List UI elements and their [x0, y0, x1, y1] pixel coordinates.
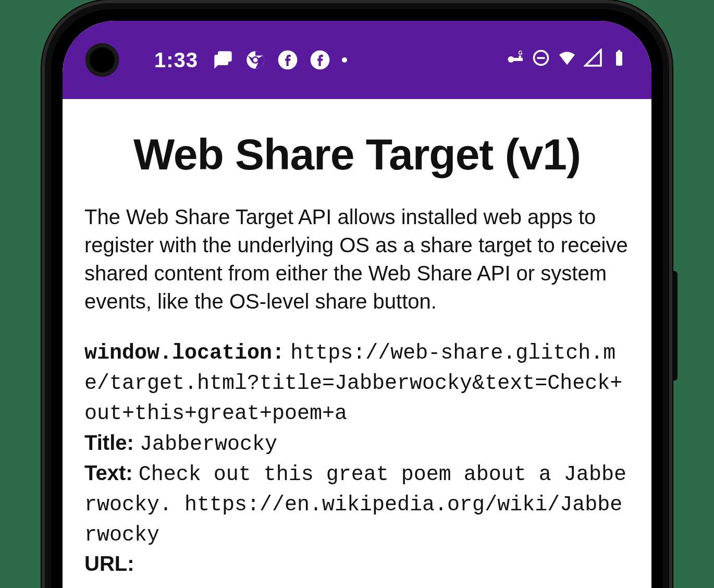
facebook-icon — [310, 50, 330, 70]
phone-side-button — [672, 271, 678, 381]
messages-icon — [213, 50, 233, 70]
more-notifications-icon — [342, 57, 347, 63]
svg-rect-10 — [537, 57, 545, 59]
facebook-icon — [277, 50, 298, 70]
wifi-icon — [558, 48, 576, 72]
cell-signal-icon — [584, 48, 602, 72]
dnd-icon — [532, 48, 550, 72]
chrome-icon — [245, 50, 266, 70]
page-content: Web Share Target (v1) The Web Share Targ… — [63, 99, 651, 580]
phone-screen: 1:33 G — [63, 21, 651, 588]
share-text-label: Text: — [84, 461, 133, 484]
share-text-value: Check out this great poem about a Jabber… — [84, 463, 626, 547]
svg-rect-7 — [519, 55, 522, 58]
status-bar-right: G — [506, 48, 629, 72]
camera-hole — [85, 43, 119, 77]
svg-point-2 — [253, 58, 258, 63]
status-bar-left: 1:33 — [154, 48, 347, 72]
share-data-block: window.location: https://web-share.glitc… — [84, 337, 630, 580]
page-title: Web Share Target (v1) — [84, 129, 630, 180]
share-url-label: URL: — [84, 552, 134, 575]
svg-rect-6 — [513, 58, 523, 61]
share-title-row: Title: Jabberwocky — [84, 428, 630, 459]
svg-text:G: G — [518, 50, 522, 56]
share-location-row: window.location: https://web-share.glitc… — [84, 337, 630, 428]
phone-mockup: 1:33 G — [42, 0, 672, 588]
status-bar: 1:33 G — [63, 21, 651, 99]
share-title-value: Jabberwocky — [140, 433, 277, 456]
page-description: The Web Share Target API allows installe… — [84, 203, 630, 315]
svg-rect-12 — [618, 50, 621, 52]
share-url-row: URL: — [84, 549, 630, 580]
vpn-key-icon: G — [506, 48, 524, 72]
svg-rect-11 — [616, 52, 622, 66]
status-clock: 1:33 — [154, 48, 198, 72]
share-location-label: window.location: — [84, 341, 285, 365]
svg-point-5 — [508, 56, 514, 63]
share-text-row: Text: Check out this great poem about a … — [84, 459, 630, 550]
battery-icon — [610, 48, 629, 72]
share-title-label: Title: — [84, 431, 134, 454]
